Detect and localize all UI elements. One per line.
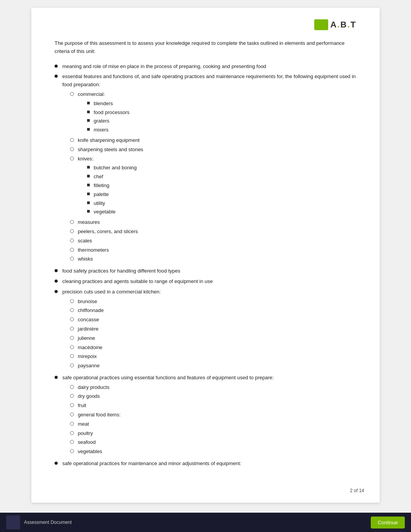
sub-item-text: mirepoix: [78, 353, 97, 361]
list-item: blenders: [87, 100, 130, 108]
list-item: chef: [87, 173, 137, 181]
o-bullet: [70, 394, 74, 398]
list-item: utility: [87, 200, 137, 208]
logo-text: A.B.T: [331, 20, 356, 30]
sub-item-text: macédoine: [78, 344, 103, 352]
sq-bullet: [87, 166, 90, 169]
sub-item-text: meat: [78, 420, 89, 428]
o-bullet: [70, 336, 74, 340]
sub-item-text: commercial: blenders food processors: [78, 90, 130, 135]
bullet6-intro: safe operational practices using essenti…: [62, 375, 274, 380]
list-item: knives: butcher and boning chef: [70, 155, 356, 218]
o-bullet: [70, 138, 74, 142]
sub-item-text: knives: butcher and boning chef: [78, 155, 137, 218]
bullet5-intro: precision cuts used in a commercial kitc…: [62, 289, 161, 295]
sub-list-o-precision: brunoise chiffonnade concasse jardi: [70, 298, 356, 370]
bullet2-intro: essential features and functions of, and…: [62, 73, 356, 87]
list-item: palette: [87, 191, 137, 199]
sub-item-text: knife sharpening equipment: [78, 136, 140, 145]
list-item: food processors: [87, 109, 130, 117]
page-container: A.B.T The purpose of this assessment is …: [0, 0, 411, 532]
sq-item-text: graters: [94, 117, 109, 125]
sq-item-text: vegetable: [94, 208, 115, 216]
sub-list-sq: blenders food processors graters: [87, 100, 130, 134]
list-item: commercial: blenders food processors: [70, 90, 356, 135]
sub-item-text: scales: [78, 237, 92, 245]
o-bullet: [70, 308, 74, 312]
bullet-text: meaning and role of mise en place in the…: [62, 63, 356, 71]
list-item: concasse: [70, 316, 356, 324]
list-item: vegetable: [87, 208, 137, 216]
sq-item-text: palette: [94, 191, 109, 199]
o-bullet: [70, 431, 74, 435]
sub-item-text: general food items:: [78, 411, 121, 419]
list-item: safe operational practices for maintenan…: [55, 460, 356, 468]
sub-list-o-safe: dairy products dry goods fruit gene: [70, 384, 356, 456]
sub-item-text: sharpening steels and stones: [78, 146, 143, 154]
list-item: macédoine: [70, 344, 356, 352]
page-number: 2 of 14: [350, 488, 364, 493]
o-bullet: [70, 449, 74, 453]
toolbar-left: Assessment Document: [6, 515, 72, 529]
list-item: seafood: [70, 438, 356, 447]
sq-bullet: [87, 128, 90, 131]
sub-item-text: peelers, corers, and slicers: [78, 228, 138, 236]
o-bullet: [70, 229, 74, 233]
sq-item-text: blenders: [94, 100, 113, 108]
list-item: peelers, corers, and slicers: [70, 228, 356, 236]
sub-item-text: brunoise: [78, 298, 97, 306]
page-current: 2: [350, 488, 353, 493]
list-item: whisks: [70, 255, 356, 263]
sub-item-text: paysanne: [78, 362, 99, 370]
list-item: sharpening steels and stones: [70, 146, 356, 154]
bullet-dot: [55, 75, 58, 78]
sq-bullet: [87, 201, 90, 204]
o-bullet: [70, 248, 74, 252]
list-item: mirepoix: [70, 353, 356, 361]
o-bullet: [70, 317, 74, 321]
list-item: fruit: [70, 402, 356, 410]
page-total: 14: [359, 488, 364, 493]
continue-button[interactable]: Continue: [371, 517, 405, 529]
sq-item-text: filleting: [94, 182, 109, 190]
list-item: chiffonnade: [70, 307, 356, 315]
bullet-text: precision cuts used in a commercial kitc…: [62, 288, 356, 372]
list-item: measures: [70, 218, 356, 227]
list-item: precision cuts used in a commercial kitc…: [55, 288, 356, 372]
o-bullet: [70, 239, 74, 242]
o-bullet: [70, 257, 74, 261]
o-bullet: [70, 403, 74, 407]
sub-item-text: measures: [78, 218, 100, 227]
sub-item-text: chiffonnade: [78, 307, 104, 315]
o-bullet: [70, 345, 74, 349]
bullet-text: cleaning practices and agents suitable t…: [62, 278, 356, 286]
bullet-dot: [55, 376, 58, 379]
bullet-text: safe operational practices using essenti…: [62, 374, 356, 457]
o-bullet: [70, 413, 74, 416]
sub-list-o: commercial: blenders food processors: [70, 90, 356, 263]
sq-bullet: [87, 193, 90, 195]
list-item: knife sharpening equipment: [70, 136, 356, 145]
bottom-toolbar: Assessment Document Continue: [0, 513, 411, 532]
logo-green-block: [314, 19, 328, 30]
logo-container: A.B.T: [314, 19, 356, 30]
o-bullet: [70, 157, 74, 160]
sq-item-text: food processors: [94, 109, 130, 117]
list-item: scales: [70, 237, 356, 245]
list-item: mixers: [87, 126, 130, 134]
sq-item-text: butcher and boning: [94, 164, 137, 172]
bullet-text: essential features and functions of, and…: [62, 73, 356, 265]
sub-item-text: julienne: [78, 334, 95, 343]
list-item: graters: [87, 117, 130, 125]
bullet-text: safe operational practices for maintenan…: [62, 460, 356, 468]
o-bullet: [70, 363, 74, 367]
sq-bullet: [87, 102, 90, 104]
list-item: paysanne: [70, 362, 356, 370]
sq-item-text: utility: [94, 200, 105, 208]
list-item: safe operational practices using essenti…: [55, 374, 356, 457]
list-item: butcher and boning: [87, 164, 137, 172]
sub-item-text: thermometers: [78, 246, 109, 254]
list-item: meaning and role of mise en place in the…: [55, 63, 356, 71]
sub-item-text: fruit: [78, 402, 86, 410]
sq-item-text: chef: [94, 173, 103, 181]
